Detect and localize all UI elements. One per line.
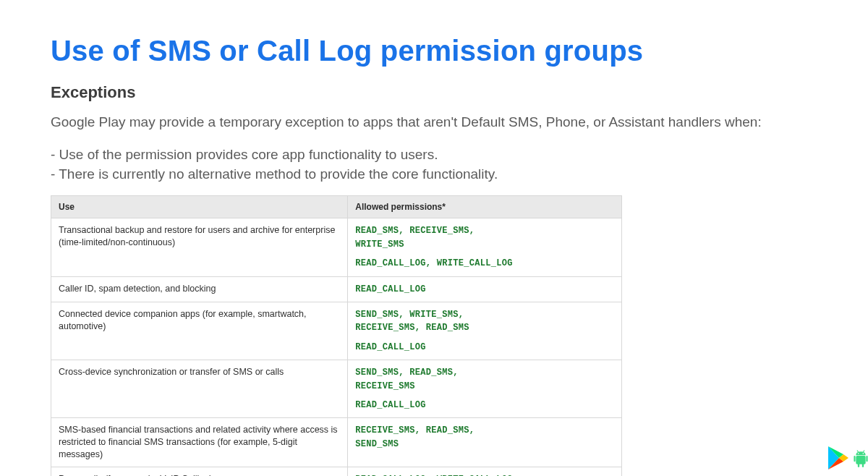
col-perm-header: Allowed permissions*: [348, 196, 622, 218]
play-store-icon: [827, 446, 849, 470]
svg-rect-4: [856, 456, 865, 464]
perm-cell: READ_CALL_LOG: [348, 276, 622, 302]
permission-code: SEND_SMS, READ_SMS,RECEIVE_SMS: [355, 367, 459, 391]
permission-code: SEND_SMS, WRITE_SMS,RECEIVE_SMS, READ_SM…: [355, 310, 469, 333]
use-cell: Connected device companion apps (for exa…: [51, 302, 348, 360]
svg-point-1: [863, 453, 864, 454]
perm-cell: SEND_SMS, READ_SMS,RECEIVE_SMSREAD_CALL_…: [348, 360, 622, 418]
permission-code: READ_CALL_LOG: [355, 284, 426, 294]
svg-point-0: [858, 453, 859, 454]
table-header-row: Use Allowed permissions*: [51, 196, 622, 218]
bullet-1: - Use of the permission provides core ap…: [51, 145, 817, 165]
exceptions-table: Use Allowed permissions* Transactional b…: [51, 195, 622, 476]
svg-rect-7: [858, 464, 859, 467]
table-row: Transactional backup and restore for use…: [51, 218, 622, 276]
perm-cell: READ_CALL_LOG, WRITE_CALL_LOG,PROCESS_OU…: [348, 467, 622, 476]
bullet-2: - There is currently no alternative meth…: [51, 165, 817, 184]
use-cell: SMS-based financial transactions and rel…: [51, 418, 348, 467]
svg-rect-6: [866, 456, 867, 462]
use-cell: Proxy calls (for example, VoIP Calling): [51, 467, 348, 476]
table-row: Caller ID, spam detection, and blockingR…: [51, 276, 622, 302]
permission-code: READ_CALL_LOG: [355, 400, 426, 410]
use-cell: Caller ID, spam detection, and blocking: [51, 276, 348, 302]
slide-content: Use of SMS or Call Log permission groups…: [0, 0, 868, 476]
table-row: SMS-based financial transactions and rel…: [51, 418, 622, 467]
permission-code: READ_SMS, RECEIVE_SMS,WRITE_SMS: [355, 226, 475, 249]
perm-cell: SEND_SMS, WRITE_SMS,RECEIVE_SMS, READ_SM…: [348, 302, 622, 360]
col-use-header: Use: [51, 196, 348, 218]
svg-line-2: [857, 451, 859, 453]
section-subtitle: Exceptions: [51, 83, 817, 102]
table-row: Connected device companion apps (for exa…: [51, 302, 622, 360]
table-row: Cross-device synchronization or transfer…: [51, 360, 622, 418]
use-cell: Cross-device synchronization or transfer…: [51, 360, 348, 418]
intro-text: Google Play may provide a temporary exce…: [51, 112, 817, 132]
permission-code: RECEIVE_SMS, READ_SMS,SEND_SMS: [355, 425, 475, 449]
svg-rect-5: [854, 456, 855, 462]
perm-cell: READ_SMS, RECEIVE_SMS,WRITE_SMSREAD_CALL…: [348, 218, 622, 276]
corner-logos: [827, 446, 868, 470]
svg-line-3: [863, 451, 864, 453]
android-icon: [854, 449, 868, 470]
slide-title: Use of SMS or Call Log permission groups: [51, 35, 817, 67]
svg-rect-8: [862, 464, 864, 467]
use-cell: Transactional backup and restore for use…: [51, 218, 348, 276]
permission-code: READ_CALL_LOG: [355, 342, 426, 352]
table-row: Proxy calls (for example, VoIP Calling)R…: [51, 467, 622, 476]
perm-cell: RECEIVE_SMS, READ_SMS,SEND_SMS: [348, 418, 622, 467]
permission-code: READ_CALL_LOG, WRITE_CALL_LOG: [355, 258, 513, 268]
